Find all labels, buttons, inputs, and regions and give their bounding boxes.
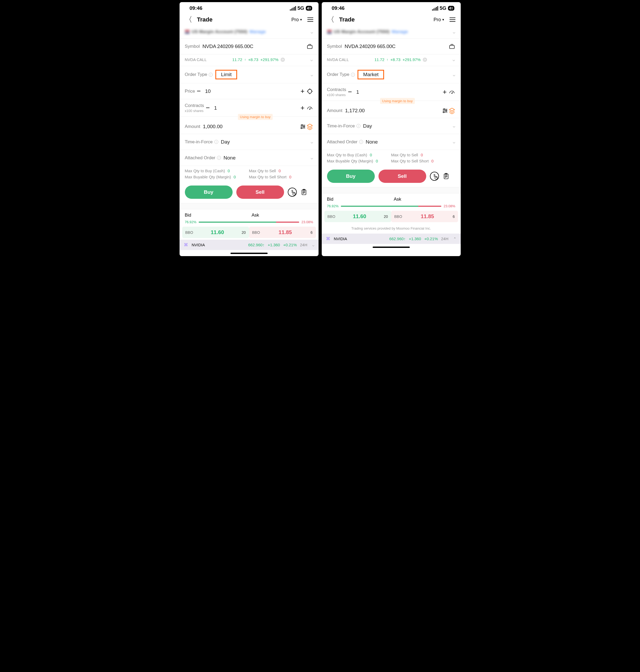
pro-toggle[interactable]: Pro▼ [434,17,445,23]
buy-button[interactable]: Buy [327,170,375,183]
account-selector[interactable]: US Margin Account (7550) Manage ⌵ [179,27,319,39]
section-divider [179,203,319,210]
info-icon[interactable]: i [214,140,218,144]
bbo-ask-cell[interactable]: BBO 11.85 6 [391,211,458,222]
cost-icon[interactable]: $ [430,172,439,181]
bid-header: Bid [185,213,249,218]
qty-sell-short-label: Max Qty to Sell Short [249,175,287,179]
chevron-down-icon: ⌵ [310,29,313,34]
quote-row[interactable]: NVDA CALL 11.72 ↑ +8.73 +291.97% ◔ ⌵ [322,54,461,66]
bbo-bid-cell[interactable]: BBO 11.60 20 [324,211,391,222]
info-icon[interactable]: i [209,73,213,77]
ask-pct: 23.08% [301,220,313,224]
svg-point-2 [309,109,310,110]
clipboard-icon[interactable] [301,189,307,196]
sell-button[interactable]: Sell [378,170,426,183]
minus-button[interactable]: − [195,87,202,95]
plus-button[interactable]: + [299,87,306,95]
plus-button[interactable]: + [441,88,449,96]
qty-buy-margin-label: Max Buyable Qty (Margin) [185,175,231,179]
back-button[interactable]: 〈 [327,16,334,23]
minus-button[interactable]: − [346,88,353,96]
qty-grid: Max Qty to Buy (Cash)0 Max Qty to Sell0 … [179,166,319,183]
order-type-row[interactable]: Order Typei Limit ⌵ [179,66,319,83]
chevron-down-icon: ⌵ [453,139,455,144]
qty-sell-short-val: 0 [431,159,433,163]
bbo-label: BBO [394,214,402,219]
gauge-icon[interactable] [306,104,313,112]
menu-icon[interactable] [450,17,455,22]
target-icon[interactable] [306,88,313,95]
status-bar: 09:46 5G 49 [322,2,461,13]
svg-rect-0 [307,45,312,48]
gauge-icon[interactable] [449,89,455,96]
chevron-down-icon: ⌵ [452,57,455,62]
qty-sell-short-val: 0 [289,175,291,179]
ask-header: Ask [391,197,455,202]
layers-icon[interactable] [306,123,313,130]
order-type-row[interactable]: Order Typei Market ⌵ [322,66,461,83]
qty-buy-cash-label: Max Qty to Buy (Cash) [185,169,225,173]
chevron-down-icon: ⌵ [310,155,313,160]
sliders-icon[interactable] [300,123,306,130]
tif-value: Day [361,123,453,129]
contracts-input[interactable]: 1 [353,89,441,95]
cost-icon[interactable]: $ [288,188,297,197]
qty-sell-val: 0 [278,169,281,173]
briefcase-icon[interactable] [306,43,313,50]
amount-value: 1,000.00 [200,124,299,129]
bidask-pct-bar: 76.92% 23.08% [322,204,461,211]
buy-button[interactable]: Buy [185,186,233,199]
bbo-label: BBO [252,230,260,234]
svg-point-12 [446,110,447,111]
pro-toggle[interactable]: Pro▼ [291,17,303,23]
quote-price: 11.72 [232,57,243,62]
page-title: Trade [339,16,355,23]
signal-icon [432,6,438,11]
chevron-up-icon: ⌃ [453,237,456,241]
price-input[interactable]: 10 [202,88,299,94]
info-icon[interactable]: i [351,73,355,77]
ticker-bar[interactable]: ⌘ NVIDIA 662.960↑ +1.360 +0.21% 24H ⌵ [179,240,319,250]
signal-icon [290,6,296,11]
symbol-value[interactable]: NVDA 240209 665.00C [200,44,306,49]
attached-label: Attached Orderi [185,155,221,160]
ticker-change-pct: +0.21% [424,237,438,241]
bbo-ask-cell[interactable]: BBO 11.85 6 [249,227,316,238]
action-row: Buy Sell $ [179,183,319,203]
layers-icon[interactable] [449,107,455,114]
chevron-down-icon: ⌵ [310,72,313,77]
sell-button[interactable]: Sell [236,186,284,199]
clipboard-icon[interactable] [443,173,450,180]
minus-button[interactable]: − [204,104,212,112]
phone-right: 09:46 5G 49 〈 Trade Pro▼ US Margin Accou… [322,2,461,256]
plus-button[interactable]: + [299,104,306,112]
info-icon[interactable]: i [217,156,221,160]
contracts-input[interactable]: 1 [212,105,299,111]
tif-row[interactable]: Time-in-Forcei Day ⌵ [179,134,319,150]
chevron-down-icon: ⌵ [453,124,455,128]
sliders-icon[interactable] [441,107,449,114]
qty-sell-short-label: Max Qty to Sell Short [391,159,429,163]
qty-sell-val: 0 [421,153,423,157]
account-selector[interactable]: US Margin Account (7550) Manage ⌵ [322,27,461,39]
chevron-down-icon: ⌵ [312,243,314,247]
attached-order-row[interactable]: Attached Orderi None ⌵ [179,150,319,166]
battery-icon: 49 [306,6,312,11]
flag-icon [327,30,332,34]
bbo-bid-cell[interactable]: BBO 11.60 20 [182,227,249,238]
tif-row[interactable]: Time-in-Forcei Day ⌵ [322,118,461,134]
quote-row[interactable]: NVDA CALL 11.72 ↑ +8.73 +291.97% ◔ ⌵ [179,54,319,66]
symbol-value[interactable]: NVDA 240209 665.00C [342,44,448,49]
qty-buy-margin-label: Max Buyable Qty (Margin) [327,159,373,163]
bbo-label: BBO [328,214,335,219]
attached-order-row[interactable]: Attached Orderi None ⌵ [322,134,461,150]
contracts-row: Contracts x100 shares − 1 + Using margin… [179,99,319,117]
briefcase-icon[interactable] [449,43,455,50]
info-icon[interactable]: i [357,124,361,128]
contracts-label: Contracts x100 shares [185,103,204,113]
back-button[interactable]: 〈 [185,16,192,23]
menu-icon[interactable] [307,17,313,22]
ticker-bar[interactable]: ⌘ NVIDIA 662.960↑ +1.360 +0.21% 24H ⌃ [322,233,461,244]
info-icon[interactable]: i [359,140,363,144]
